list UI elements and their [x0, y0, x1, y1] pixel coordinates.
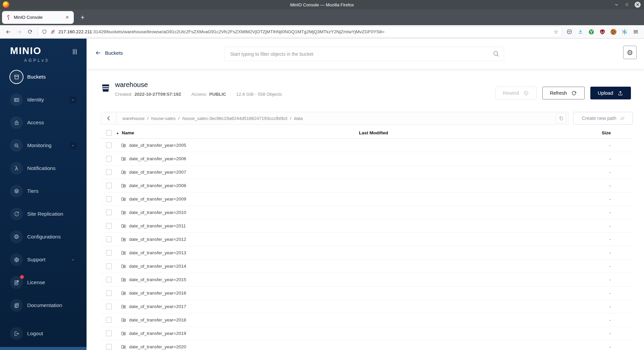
downloads-icon[interactable] [576, 28, 584, 36]
select-all-checkbox[interactable] [106, 130, 112, 136]
rewind-button[interactable]: Rewind [495, 87, 537, 99]
chevron-up-icon[interactable] [69, 142, 76, 149]
table-row[interactable]: date_of_transfer_year=2019- [101, 327, 633, 340]
object-folder-link[interactable]: date_of_transfer_year=2010 [116, 210, 359, 215]
sidebar-item-tiers[interactable]: Tiers [0, 180, 87, 203]
new-tab-button[interactable]: + [78, 13, 87, 21]
row-checkbox[interactable] [106, 317, 112, 323]
table-row[interactable]: date_of_transfer_year=2018- [101, 313, 633, 327]
window-close-button[interactable]: ✕ [635, 2, 641, 8]
chevron-up-icon[interactable] [69, 96, 76, 103]
bookmark-star-icon[interactable]: ☆ [554, 29, 558, 35]
back-button[interactable] [3, 27, 13, 37]
column-header-name[interactable]: ▲ Name [116, 130, 359, 135]
object-folder-link[interactable]: date_of_transfer_year=2017 [116, 304, 359, 309]
window-minimize-button[interactable] [614, 2, 619, 7]
row-checkbox[interactable] [106, 156, 112, 162]
table-row[interactable]: date_of_transfer_year=2007- [101, 166, 633, 179]
sidebar-item-notifications[interactable]: λNotifications [0, 157, 87, 180]
row-checkbox[interactable] [106, 196, 112, 202]
back-to-buckets-link[interactable]: Buckets [95, 50, 123, 56]
object-folder-link[interactable]: date_of_transfer_year=2020 [116, 344, 359, 350]
sidebar-item-support[interactable]: Support [0, 248, 87, 271]
row-checkbox[interactable] [106, 304, 112, 309]
row-checkbox[interactable] [106, 331, 112, 336]
table-row[interactable]: date_of_transfer_year=2011- [101, 219, 633, 233]
table-row[interactable]: date_of_transfer_year=2005- [101, 139, 633, 152]
object-folder-link[interactable]: date_of_transfer_year=2008 [116, 183, 359, 188]
sidebar-item-logout[interactable]: Logout [0, 322, 87, 345]
row-checkbox[interactable] [106, 344, 112, 350]
window-maximize-button[interactable] [625, 2, 629, 7]
filter-objects-input[interactable] [224, 47, 504, 61]
breadcrumb-segment[interactable]: warehouse [122, 116, 145, 121]
row-checkbox[interactable] [106, 183, 112, 188]
row-checkbox[interactable] [106, 277, 112, 282]
breadcrumb-segment[interactable]: house-sales [151, 116, 176, 121]
column-header-size[interactable]: Size [573, 130, 633, 135]
table-row[interactable]: date_of_transfer_year=2013- [101, 246, 633, 260]
object-folder-link[interactable]: date_of_transfer_year=2013 [116, 250, 359, 256]
table-row[interactable]: date_of_transfer_year=2008- [101, 179, 633, 192]
breadcrumb-segment[interactable]: house_sales-3ec96c19a6244d5186247193cccf… [182, 116, 287, 121]
object-folder-link[interactable]: date_of_transfer_year=2014 [116, 263, 359, 269]
table-row[interactable]: date_of_transfer_year=2016- [101, 287, 633, 300]
extension-asterisk-icon[interactable] [621, 28, 629, 36]
url-bar[interactable]: 217.160.222.211:31429/buckets/warehouse/… [38, 27, 562, 37]
insecure-lock-icon[interactable] [50, 29, 56, 35]
row-checkbox[interactable] [106, 223, 112, 229]
object-folder-link[interactable]: date_of_transfer_year=2016 [116, 290, 359, 296]
object-folder-link[interactable]: date_of_transfer_year=2019 [116, 331, 359, 336]
object-folder-link[interactable]: date_of_transfer_year=2018 [116, 317, 359, 323]
tab-minio-console[interactable]: MinIO Console ✕ [2, 11, 74, 24]
copy-path-button[interactable] [556, 113, 566, 123]
object-folder-link[interactable]: date_of_transfer_year=2011 [116, 223, 359, 229]
row-checkbox[interactable] [106, 263, 112, 269]
row-checkbox[interactable] [106, 236, 112, 242]
object-folder-link[interactable]: date_of_transfer_year=2006 [116, 156, 359, 162]
column-header-last-modified[interactable]: Last Modified [359, 130, 573, 135]
table-row[interactable]: date_of_transfer_year=2017- [101, 300, 633, 313]
table-row[interactable]: date_of_transfer_year=2010- [101, 206, 633, 219]
reload-button[interactable] [25, 27, 35, 37]
tracking-shield-icon[interactable] [42, 29, 47, 35]
upload-button[interactable]: Upload [590, 87, 631, 99]
table-row[interactable]: date_of_transfer_year=2015- [101, 273, 633, 287]
row-checkbox[interactable] [106, 210, 112, 215]
row-checkbox[interactable] [106, 142, 112, 148]
chevron-up-icon[interactable] [69, 256, 76, 263]
pocket-icon[interactable] [565, 28, 573, 36]
object-folder-link[interactable]: date_of_transfer_year=2015 [116, 277, 359, 282]
tab-close-icon[interactable]: ✕ [64, 14, 70, 20]
menu-hamburger-icon[interactable] [631, 27, 641, 37]
sidebar-item-license[interactable]: License [0, 271, 87, 294]
object-folder-link[interactable]: date_of_transfer_year=2012 [116, 236, 359, 242]
table-row[interactable]: date_of_transfer_year=2006- [101, 152, 633, 166]
settings-button[interactable]: ⚙ [623, 46, 637, 59]
object-folder-link[interactable]: date_of_transfer_year=2005 [116, 142, 359, 148]
sidebar-item-identity[interactable]: Identity [0, 88, 87, 111]
create-new-path-button[interactable]: Create new path :// [573, 112, 633, 125]
object-folder-link[interactable]: date_of_transfer_year=2009 [116, 196, 359, 202]
sidebar-item-documentation[interactable]: Documentation [0, 294, 87, 317]
extension-green-icon[interactable] [587, 28, 595, 36]
forward-button[interactable] [14, 27, 24, 37]
table-row[interactable]: date_of_transfer_year=2009- [101, 192, 633, 206]
table-row[interactable]: date_of_transfer_year=2012- [101, 233, 633, 246]
sidebar-item-configurations[interactable]: ⚙Configurations [0, 225, 87, 248]
refresh-button[interactable]: Refresh [542, 87, 585, 99]
table-row[interactable]: date_of_transfer_year=2020- [101, 340, 633, 350]
cookie-extension-icon[interactable] [609, 28, 618, 36]
row-checkbox[interactable] [106, 169, 112, 175]
breadcrumb-segment[interactable]: data [294, 116, 303, 121]
sidebar-item-buckets[interactable]: Buckets [0, 65, 87, 88]
table-row[interactable]: date_of_transfer_year=2014- [101, 260, 633, 273]
sidebar-collapse-icon[interactable] [71, 48, 78, 55]
object-folder-link[interactable]: date_of_transfer_year=2007 [116, 169, 359, 175]
sidebar-item-monitoring[interactable]: Monitoring [0, 134, 87, 157]
sidebar-item-site-replication[interactable]: Site Replication [0, 203, 87, 225]
sidebar-item-access[interactable]: Access [0, 111, 87, 134]
ublock-origin-icon[interactable] [598, 28, 606, 36]
row-checkbox[interactable] [106, 250, 112, 256]
path-back-button[interactable] [101, 112, 116, 124]
